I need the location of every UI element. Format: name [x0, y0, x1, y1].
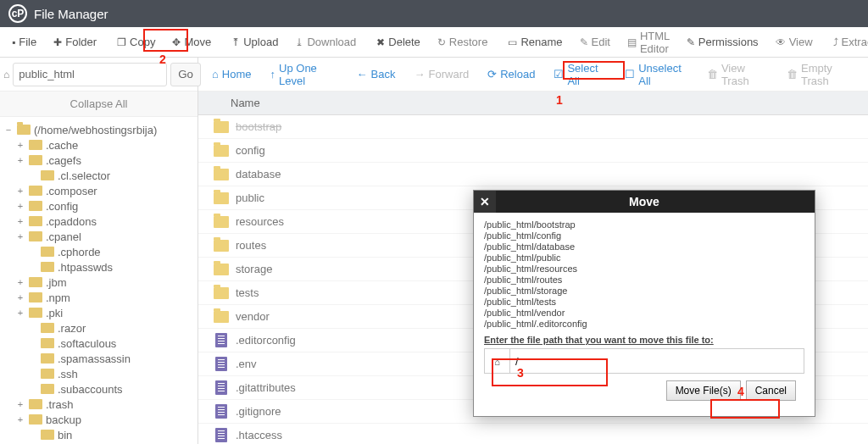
folder-tree[interactable]: − (/home/webhostingsrbija) +.cache+.cage… — [0, 117, 198, 444]
download-button[interactable]: ⤓Download — [287, 27, 364, 58]
rename-button[interactable]: ▭Rename — [499, 27, 570, 58]
extract-icon: ⤴ — [833, 36, 838, 48]
extract-button[interactable]: ⤴Extract — [825, 27, 868, 58]
annotation-label-3: 3 — [517, 366, 524, 380]
tree-item[interactable]: +.cagefs — [3, 153, 194, 168]
home-icon[interactable]: ⌂ — [3, 69, 9, 80]
edit-button[interactable]: ✎Edit — [571, 27, 619, 58]
tree-item[interactable]: .softaculous — [3, 336, 194, 351]
tree-item[interactable]: +.cpanel — [3, 229, 194, 244]
file-name: .editorconfig — [236, 334, 296, 347]
collapse-all-button[interactable]: Collapse All — [0, 92, 198, 117]
key-icon: ✎ — [687, 36, 695, 48]
permissions-button[interactable]: ✎Permissions — [678, 27, 767, 58]
table-header[interactable]: Name — [198, 92, 868, 115]
tree-item-label: .softaculous — [58, 337, 116, 350]
edit-icon: ✎ — [580, 36, 588, 48]
go-button[interactable]: Go — [170, 63, 201, 86]
select-all-button[interactable]: ☑Select All — [545, 62, 615, 87]
folder-icon — [41, 369, 54, 379]
tree-item[interactable]: +.trash — [3, 397, 194, 412]
folder-icon — [29, 186, 42, 196]
arrow-up-icon: ↑ — [270, 68, 276, 80]
tree-item[interactable]: +.config — [3, 198, 194, 214]
tree-item[interactable]: .razor — [3, 320, 194, 336]
folder-icon — [41, 170, 54, 180]
tree-item[interactable]: +.cpaddons — [3, 214, 194, 229]
annotation-label-4: 4 — [737, 385, 744, 398]
rename-icon: ▭ — [508, 36, 517, 48]
folder-icon — [29, 201, 42, 211]
nav-up-button[interactable]: ↑Up One Level — [262, 62, 347, 87]
download-icon: ⤓ — [295, 36, 303, 48]
folder-icon — [214, 145, 229, 157]
view-button[interactable]: 👁View — [767, 27, 821, 58]
tree-item-label: .razor — [58, 322, 86, 335]
delete-button[interactable]: ✖Delete — [368, 27, 429, 58]
tree-item[interactable]: +.composer — [3, 183, 194, 198]
tree-item[interactable]: .cl.selector — [3, 168, 194, 183]
tree-item[interactable]: +.pki — [3, 305, 194, 320]
nav-forward-button[interactable]: →Forward — [406, 62, 478, 87]
tree-item[interactable]: .spamassassin — [3, 351, 194, 366]
tree-root-label: (/home/webhostingsrbija) — [34, 124, 157, 136]
tree-item[interactable]: .ssh — [3, 366, 194, 381]
view-trash-button[interactable]: 🗑View Trash — [698, 62, 776, 87]
upload-button[interactable]: ⤒Upload — [223, 27, 287, 58]
tree-item-label: .composer — [46, 185, 97, 197]
folder-icon — [41, 430, 54, 440]
dialog-path-item: /public_html/tests — [484, 297, 799, 308]
tree-item[interactable]: bin — [3, 427, 194, 442]
folder-icon — [29, 155, 42, 165]
nav-back-button[interactable]: ←Back — [348, 62, 404, 87]
tree-item[interactable]: +.npm — [3, 290, 194, 305]
tree-item[interactable]: .subaccounts — [3, 381, 194, 397]
dialog-header[interactable]: ✕ Move — [474, 191, 815, 213]
file-menu[interactable]: ▪File — [3, 27, 45, 58]
file-name: .htaccess — [236, 429, 282, 441]
reload-icon: ⟳ — [487, 68, 497, 80]
tree-item-label: .cpaddons — [46, 215, 97, 228]
folder-icon — [41, 338, 54, 348]
eye-icon: 👁 — [776, 36, 786, 48]
tree-item[interactable]: +.jbm — [3, 275, 194, 290]
folder-icon — [17, 125, 31, 135]
move-button[interactable]: ✥Move — [164, 27, 220, 58]
unselect-all-button[interactable]: ☐Unselect All — [616, 62, 697, 87]
dialog-prompt: Enter the file path that you want to mov… — [484, 335, 804, 345]
file-row[interactable]: bootstrap — [198, 115, 868, 139]
tree-item[interactable]: +.cache — [3, 137, 194, 153]
new-folder-button[interactable]: ✚Folder — [45, 27, 105, 58]
tree-item[interactable]: .cphorde — [3, 244, 194, 259]
dialog-path-item: /public_html/database — [484, 241, 799, 253]
dialog-title: Move — [496, 195, 815, 208]
cancel-button[interactable]: Cancel — [746, 380, 796, 401]
nav-home-button[interactable]: ⌂Home — [203, 62, 260, 87]
html-editor-button[interactable]: ▤HTML Editor — [619, 27, 678, 58]
dialog-path-list[interactable]: /public_html/bootstrap/public_html/confi… — [484, 219, 804, 330]
checkbox-icon: ☑ — [554, 68, 564, 80]
tree-item[interactable]: .htpasswds — [3, 259, 194, 275]
destination-input[interactable] — [510, 349, 804, 373]
path-input[interactable] — [13, 63, 167, 86]
empty-trash-button[interactable]: 🗑Empty Trash — [778, 62, 863, 87]
destination-row: ⌂ — [484, 348, 804, 374]
file-row[interactable]: config — [198, 139, 868, 163]
dialog-path-item: /public_html/vendor — [484, 308, 799, 319]
tree-root[interactable]: − (/home/webhostingsrbija) — [3, 122, 194, 137]
reload-button[interactable]: ⟳Reload — [479, 62, 543, 87]
trash-icon: 🗑 — [787, 68, 798, 80]
copy-button[interactable]: ❐Copy — [108, 27, 164, 58]
home-icon[interactable]: ⌂ — [485, 349, 510, 373]
file-row[interactable]: .htaccess — [198, 424, 868, 444]
tree-item[interactable]: +backup — [3, 412, 194, 427]
app-title: File Manager — [34, 7, 108, 21]
cpanel-logo-icon: cP — [8, 4, 27, 23]
dialog-close-button[interactable]: ✕ — [474, 191, 496, 213]
tree-item-label: .pki — [46, 307, 63, 319]
folder-icon — [29, 216, 42, 226]
annotation-label-2: 2 — [159, 53, 166, 66]
move-files-button[interactable]: Move File(s) — [666, 380, 741, 401]
file-row[interactable]: database — [198, 163, 868, 186]
restore-button[interactable]: ↻Restore — [429, 27, 497, 58]
